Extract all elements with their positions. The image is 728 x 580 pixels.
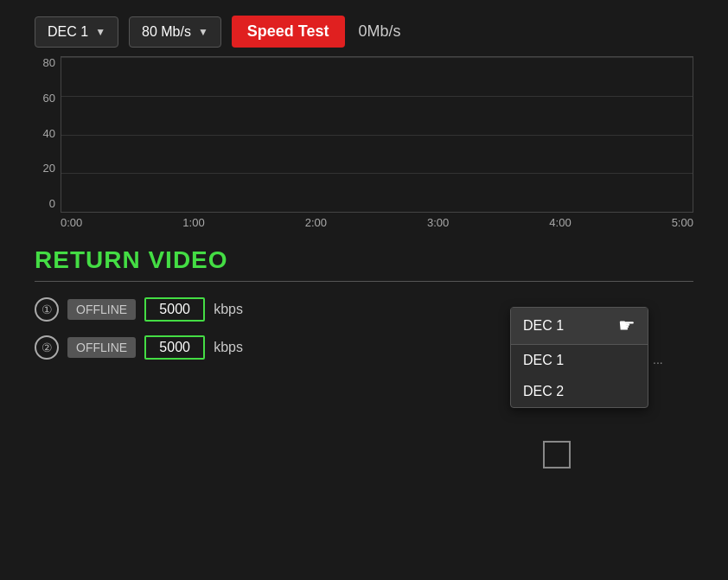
dec-dropdown-menu: DEC 1 ☛ DEC 1 DEC 2 <box>510 307 648 408</box>
return-video-title: RETURN VIDEO <box>35 246 693 274</box>
speed-chart: 80 60 40 20 0 0:00 1:00 2:00 3:00 4:00 5… <box>35 56 693 229</box>
speed-selector-label: 80 Mb/s <box>142 24 191 40</box>
speed-value-display: 0Mb/s <box>359 22 401 41</box>
x-axis: 0:00 1:00 2:00 3:00 4:00 5:00 <box>61 213 693 229</box>
dropdown-header[interactable]: DEC 1 ☛ <box>511 308 648 345</box>
grid-line-4 <box>61 173 693 174</box>
top-bar: DEC 1 ▼ 80 Mb/s ▼ Speed Test 0Mb/s <box>0 0 728 56</box>
speed-selector-arrow: ▼ <box>198 26 208 38</box>
y-label-80: 80 <box>43 56 55 69</box>
grid-line-3 <box>61 135 693 136</box>
dropdown-header-label: DEC 1 <box>523 318 564 334</box>
dec-selector-arrow: ▼ <box>95 26 105 38</box>
x-label-5: 5:00 <box>672 216 693 229</box>
channel-num-2: ② <box>35 335 59 360</box>
y-label-0: 0 <box>49 197 55 210</box>
status-badge-1: OFFLINE <box>67 299 136 320</box>
kbps-label-2: kbps <box>214 340 243 355</box>
x-label-4: 4:00 <box>549 216 571 229</box>
kbps-input-1[interactable] <box>144 297 205 322</box>
x-label-0: 0:00 <box>61 216 82 229</box>
section-divider <box>35 281 693 282</box>
speed-test-button[interactable]: Speed Test <box>232 16 345 48</box>
dropdown-item-dec1[interactable]: DEC 1 <box>511 345 648 376</box>
checkbox-1[interactable] <box>543 441 571 468</box>
chart-inner: 0:00 1:00 2:00 3:00 4:00 5:00 <box>61 56 693 229</box>
channel-num-1: ① <box>35 297 59 322</box>
dropdown-item-dec2[interactable]: DEC 2 <box>511 376 648 407</box>
y-label-60: 60 <box>43 92 55 105</box>
status-badge-2: OFFLINE <box>67 337 136 358</box>
y-axis: 80 60 40 20 0 <box>35 56 61 229</box>
x-label-2: 2:00 <box>305 216 327 229</box>
dec-selector-button[interactable]: DEC 1 ▼ <box>35 16 118 48</box>
kbps-label-1: kbps <box>214 302 243 317</box>
y-label-40: 40 <box>43 127 55 140</box>
cursor-icon: ☛ <box>618 315 635 337</box>
x-label-1: 1:00 <box>182 216 204 229</box>
speed-selector-button[interactable]: 80 Mb/s ▼ <box>129 16 221 48</box>
grid-line-top <box>61 57 693 58</box>
y-label-20: 20 <box>43 162 55 175</box>
chart-grid <box>61 56 693 213</box>
grid-line-2 <box>61 96 693 97</box>
x-label-3: 3:00 <box>427 216 449 229</box>
kbps-input-2[interactable] <box>144 335 205 360</box>
dec-selector-label: DEC 1 <box>48 24 88 40</box>
ellipsis-dots: ... <box>653 353 663 366</box>
